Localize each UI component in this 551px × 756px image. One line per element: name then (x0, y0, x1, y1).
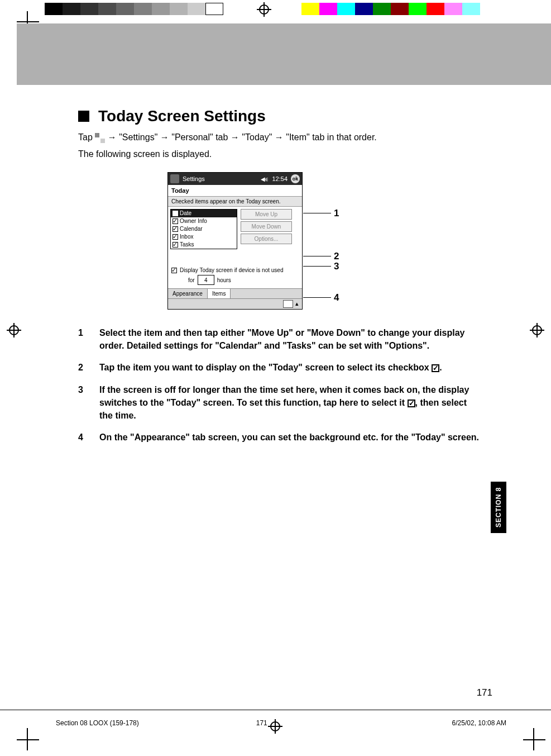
checkbox-icon[interactable] (173, 226, 178, 232)
checkbox-glyph-icon (432, 364, 439, 372)
checkbox-icon[interactable] (173, 211, 178, 216)
swatch (170, 3, 188, 15)
footer-rule (0, 710, 551, 710)
pda-timeout-option: Display Today screen if device is not us… (168, 266, 302, 288)
checkbox-icon[interactable] (171, 268, 177, 273)
list-item: 2 Tap the item you want to display on th… (78, 361, 480, 374)
swatch (80, 3, 98, 15)
list-item[interactable]: Calendar (171, 225, 237, 233)
move-up-button[interactable]: Move Up (241, 209, 292, 220)
sip-arrow-icon[interactable]: ▴ (295, 300, 299, 308)
section-thumb-tab: SECTION 8 (491, 482, 506, 533)
footer-date: 6/25/02, 10:08 AM (452, 719, 506, 727)
pda-sip-bar: ▴ (168, 298, 302, 309)
list-item: 3 If the screen is off for longer than t… (78, 383, 480, 422)
swatch (409, 3, 427, 15)
callout-number: 2 (334, 251, 339, 262)
pda-title-text: Settings (183, 175, 205, 182)
leader-line (303, 266, 331, 267)
content-column: Today Screen Settings Tap → "Settings" →… (78, 107, 480, 453)
registration-mark-icon (268, 719, 282, 734)
intro-line-1: Tap → "Settings" → "Personal" tab → "Tod… (78, 131, 480, 144)
list-item[interactable]: Tasks (171, 241, 237, 249)
pda-body: Date Owner Info Calendar Inbox Tasks Mov… (168, 207, 302, 266)
tab-items[interactable]: Items (208, 288, 231, 298)
checkbox-icon[interactable] (173, 218, 178, 224)
crop-mark-icon (17, 728, 39, 750)
ok-button[interactable]: ok (291, 174, 300, 183)
screenshot-figure: Settings ◀ϵ 12:54 ok Today Checked items… (167, 172, 391, 310)
list-item: 1 Select the item and then tap either "M… (78, 326, 480, 352)
swatch (98, 3, 116, 15)
swatch (444, 3, 462, 15)
swatch (205, 3, 223, 15)
swatch (355, 3, 373, 15)
pda-item-list[interactable]: Date Owner Info Calendar Inbox Tasks (170, 209, 237, 249)
section-heading: Today Screen Settings (78, 107, 480, 125)
windows-flag-icon (170, 174, 179, 183)
crop-mark-icon (523, 728, 545, 750)
leader-line (303, 297, 331, 298)
footer-file: Section 08 LOOX (159-178) (56, 719, 139, 727)
swatch (319, 3, 337, 15)
explanation-list: 1 Select the item and then tap either "M… (78, 326, 480, 444)
swatch (462, 3, 480, 15)
heading-text: Today Screen Settings (98, 107, 266, 125)
speaker-icon: ◀ϵ (261, 176, 269, 182)
footer-page: 171 (256, 719, 267, 727)
list-item[interactable]: Inbox (171, 233, 237, 241)
swatch (45, 3, 63, 15)
swatch (391, 3, 409, 15)
options-button[interactable]: Options... (241, 234, 292, 244)
color-swatches-right (301, 3, 480, 15)
list-item[interactable]: Owner Info (171, 217, 237, 225)
page-header-bar (17, 23, 551, 85)
start-flag-icon (95, 133, 105, 143)
intro-line-2: The following screen is displayed. (78, 148, 480, 161)
registration-mark-icon (7, 323, 21, 337)
leader-line (303, 213, 331, 213)
swatch (427, 3, 444, 15)
hours-input[interactable] (198, 275, 214, 285)
checkbox-icon[interactable] (173, 242, 178, 248)
leader-line (303, 256, 331, 256)
pda-tabs: Appearance Items (168, 288, 302, 298)
swatch (337, 3, 355, 15)
pda-button-column: Move Up Move Down Options... (241, 209, 292, 249)
swatch (301, 3, 319, 15)
swatch (116, 3, 134, 15)
swatch (373, 3, 391, 15)
document-page: Today Screen Settings Tap → "Settings" →… (0, 0, 551, 756)
callout-number: 1 (334, 208, 339, 219)
square-bullet-icon (78, 111, 89, 122)
keyboard-icon[interactable] (283, 300, 293, 308)
registration-mark-icon (257, 2, 271, 17)
tab-appearance[interactable]: Appearance (168, 289, 208, 298)
pda-subtitle: Today (168, 185, 302, 196)
move-down-button[interactable]: Move Down (241, 221, 292, 232)
callout-number: 4 (334, 292, 339, 303)
checkbox-glyph-icon (408, 400, 415, 407)
page-number: 171 (477, 687, 492, 698)
callout-number: 3 (334, 261, 339, 272)
pda-time: 12:54 (272, 175, 288, 182)
registration-mark-icon (530, 323, 544, 337)
pda-screen: Settings ◀ϵ 12:54 ok Today Checked items… (167, 172, 303, 310)
checkbox-icon[interactable] (173, 234, 178, 240)
swatch (188, 3, 205, 15)
color-swatches (45, 3, 223, 15)
pda-titlebar: Settings ◀ϵ 12:54 ok (168, 173, 302, 185)
swatch (152, 3, 170, 15)
swatch (134, 3, 152, 15)
pda-hint: Checked items appear on the Today screen… (168, 196, 302, 207)
list-item[interactable]: Date (171, 210, 237, 217)
list-item: 4 On the "Appearance" tab screen, you ca… (78, 431, 480, 444)
swatch (63, 3, 80, 15)
